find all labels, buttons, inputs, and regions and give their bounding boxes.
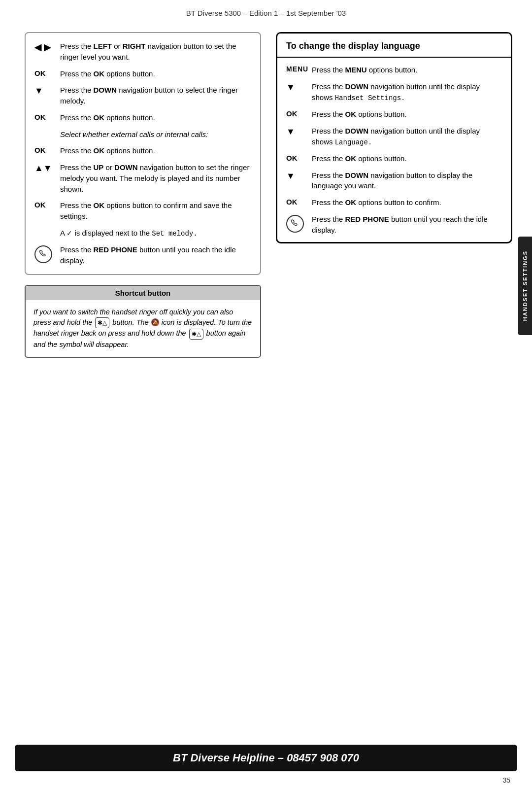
phone1-text: Press the RED PHONE button until you rea… — [60, 244, 251, 266]
shortcut-box: Shortcut button If you want to switch th… — [25, 285, 261, 358]
updown-icon: ▲▼ — [34, 162, 60, 173]
red-phone-icon-right — [286, 215, 304, 233]
lr-text: Press the LEFT or RIGHT navigation butto… — [60, 41, 251, 63]
phone-svg-right — [290, 219, 300, 229]
instruction-down1: ▼ Press the DOWN navigation button to se… — [34, 85, 251, 106]
ok-r1-label: OK — [286, 109, 312, 118]
page-header: BT Diverse 5300 – Edition 1 – 1st Septem… — [0, 0, 532, 22]
phone-r1-icon — [286, 214, 312, 233]
instruction-down-r2: ▼ Press the DOWN navigation button until… — [286, 126, 502, 147]
instruction-ok-r2: OK Press the OK options button. — [286, 153, 502, 164]
footer-text: BT Diverse Helpline – 08457 908 070 — [173, 752, 359, 764]
lr-arrows-icon: ◀ ▶ — [34, 41, 60, 53]
down-r1-text: Press the DOWN navigation button until t… — [312, 81, 502, 103]
phone-svg — [38, 249, 48, 259]
left-column: ◀ ▶ Press the LEFT or RIGHT navigation b… — [25, 32, 261, 368]
instruction-check: A ✓ is displayed next to the Set melody. — [34, 228, 251, 239]
ok-r1-text: Press the OK options button. — [312, 109, 502, 120]
instruction-ok-r3: OK Press the OK options button to confir… — [286, 197, 502, 208]
ok1-text: Press the OK options button. — [60, 69, 251, 79]
left-instruction-box: ◀ ▶ Press the LEFT or RIGHT navigation b… — [25, 32, 261, 275]
right-box-body: MENU Press the MENU options button. ▼ Pr… — [277, 58, 511, 242]
instruction-ok2: OK Press the OK options button. — [34, 112, 251, 123]
check-spacer — [34, 228, 60, 229]
star-button2: ✱△ — [189, 329, 203, 340]
instruction-updown: ▲▼ Press the UP or DOWN navigation butto… — [34, 162, 251, 194]
menu-text: Press the MENU options button. — [312, 65, 502, 75]
footer-bar: BT Diverse Helpline – 08457 908 070 — [15, 745, 517, 771]
instruction-phone-r1: Press the RED PHONE button until you rea… — [286, 214, 502, 236]
sidebar-tab-text: Handset Settings — [522, 250, 528, 321]
ok1-label: OK — [34, 69, 60, 77]
sidebar-tab: Handset Settings — [518, 237, 532, 335]
instruction-italic: Select whether external calls or interna… — [34, 129, 251, 140]
updown-text: Press the UP or DOWN navigation button t… — [60, 162, 251, 194]
header-title: BT Diverse 5300 – Edition 1 – 1st Septem… — [186, 9, 346, 17]
main-content: ◀ ▶ Press the LEFT or RIGHT navigation b… — [0, 22, 532, 368]
menu-label-col: MENU — [286, 65, 312, 73]
ok-r2-text: Press the OK options button. — [312, 153, 502, 164]
down-r2-icon: ▼ — [286, 126, 312, 137]
italic-text: Select whether external calls or interna… — [60, 129, 251, 140]
shortcut-body: If you want to switch the handset ringer… — [26, 300, 260, 357]
right-column: To change the display language MENU Pres… — [276, 32, 512, 368]
down1-text: Press the DOWN navigation button to sele… — [60, 85, 251, 106]
ok2-text: Press the OK options button. — [60, 112, 251, 123]
instruction-ok-r1: OK Press the OK options button. — [286, 109, 502, 120]
ok-r2-label: OK — [286, 153, 312, 162]
italic-spacer — [34, 129, 60, 130]
instruction-down-r3: ▼ Press the DOWN navigation button to di… — [286, 170, 502, 192]
down-r3-text: Press the DOWN navigation button to disp… — [312, 170, 502, 192]
ok-r3-label: OK — [286, 197, 312, 206]
phone-r1-text: Press the RED PHONE button until you rea… — [312, 214, 502, 236]
page-number: 35 — [502, 776, 510, 784]
instruction-ok4: OK Press the OK options button to confir… — [34, 200, 251, 222]
ok3-text: Press the OK options button. — [60, 145, 251, 156]
instruction-down-r1: ▼ Press the DOWN navigation button until… — [286, 81, 502, 103]
red-phone-icon — [34, 245, 52, 263]
check-text: A ✓ is displayed next to the Set melody. — [60, 228, 251, 239]
right-instruction-box: To change the display language MENU Pres… — [276, 32, 512, 243]
ok4-text: Press the OK options button to confirm a… — [60, 200, 251, 222]
down-r3-icon: ▼ — [286, 170, 312, 181]
ok4-label: OK — [34, 200, 60, 209]
down-r1-icon: ▼ — [286, 81, 312, 93]
phone1-icon — [34, 244, 60, 263]
down1-icon: ▼ — [34, 85, 60, 96]
star-button: ✱△ — [95, 317, 109, 328]
ok-r3-text: Press the OK options button to confirm. — [312, 197, 502, 208]
right-box-header: To change the display language — [277, 34, 511, 58]
instruction-menu: MENU Press the MENU options button. — [286, 65, 502, 75]
down-r2-text: Press the DOWN navigation button until t… — [312, 126, 502, 147]
instruction-ok1: OK Press the OK options button. — [34, 69, 251, 79]
ok3-label: OK — [34, 145, 60, 154]
instruction-ok3: OK Press the OK options button. — [34, 145, 251, 156]
ok2-label: OK — [34, 112, 60, 121]
instruction-phone1: Press the RED PHONE button until you rea… — [34, 244, 251, 266]
shortcut-header: Shortcut button — [26, 286, 260, 300]
instruction-lr: ◀ ▶ Press the LEFT or RIGHT navigation b… — [34, 41, 251, 63]
